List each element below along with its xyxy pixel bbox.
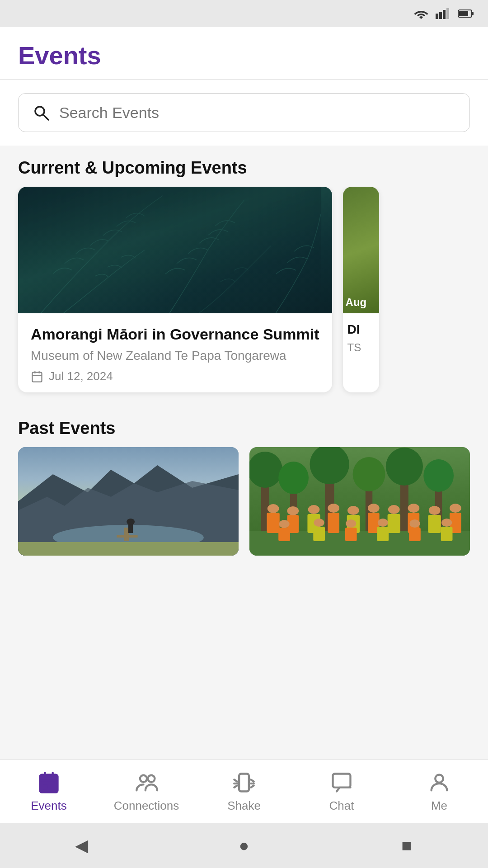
svg-point-48 bbox=[388, 505, 400, 514]
event-card-main[interactable]: Amorangi Māori in Governance Summit Muse… bbox=[18, 187, 332, 392]
svg-point-29 bbox=[353, 457, 385, 491]
svg-line-80 bbox=[251, 786, 254, 788]
svg-point-40 bbox=[308, 505, 320, 514]
partial-event-image: Aug bbox=[343, 187, 379, 313]
current-events-label: Current & Upcoming Events bbox=[0, 146, 488, 187]
search-section bbox=[0, 80, 488, 146]
svg-point-82 bbox=[435, 775, 443, 783]
svg-rect-63 bbox=[409, 528, 421, 541]
svg-rect-41 bbox=[328, 513, 339, 533]
event-card-title: Amorangi Māori in Governance Summit bbox=[31, 324, 319, 344]
event-card-image bbox=[18, 187, 332, 313]
nav-item-events[interactable]: Events bbox=[0, 770, 98, 813]
svg-rect-18 bbox=[117, 535, 137, 538]
svg-point-50 bbox=[408, 504, 420, 513]
event-card-body: Amorangi Māori in Governance Summit Muse… bbox=[18, 313, 332, 392]
connections-nav-icon bbox=[134, 770, 159, 795]
svg-rect-74 bbox=[239, 774, 249, 792]
svg-point-31 bbox=[386, 448, 423, 486]
shake-nav-label: Shake bbox=[227, 799, 261, 813]
past-events-section: Past Events bbox=[0, 406, 488, 569]
nav-item-chat[interactable]: Chat bbox=[293, 770, 390, 813]
svg-rect-3 bbox=[446, 8, 449, 19]
svg-line-75 bbox=[234, 780, 237, 782]
svg-point-64 bbox=[409, 519, 420, 528]
svg-rect-21 bbox=[18, 542, 239, 556]
fern-background bbox=[18, 187, 332, 313]
svg-point-25 bbox=[278, 462, 309, 494]
search-bar-container[interactable] bbox=[18, 93, 470, 132]
search-icon bbox=[32, 104, 50, 122]
events-nav-icon bbox=[36, 770, 61, 795]
android-recents-button[interactable]: ■ bbox=[393, 832, 420, 859]
bottom-navigation: Events Connections bbox=[0, 760, 488, 823]
svg-point-42 bbox=[328, 504, 339, 513]
svg-rect-71 bbox=[43, 784, 48, 789]
partial-label-text: Aug bbox=[346, 296, 367, 309]
me-nav-label: Me bbox=[431, 799, 447, 813]
current-events-scroll[interactable]: Amorangi Māori in Governance Summit Muse… bbox=[0, 187, 488, 406]
svg-rect-0 bbox=[436, 14, 438, 19]
svg-point-36 bbox=[267, 504, 279, 513]
svg-rect-1 bbox=[439, 12, 442, 19]
svg-rect-6 bbox=[459, 11, 468, 16]
svg-rect-67 bbox=[40, 775, 58, 793]
svg-point-27 bbox=[310, 447, 349, 484]
me-nav-icon bbox=[427, 770, 452, 795]
svg-rect-5 bbox=[472, 12, 474, 15]
status-bar bbox=[0, 0, 488, 27]
past-event-card-mountain[interactable] bbox=[18, 447, 239, 556]
past-event-card-group[interactable] bbox=[249, 447, 470, 556]
chat-nav-icon bbox=[329, 770, 354, 795]
svg-point-66 bbox=[441, 519, 452, 527]
chat-nav-label: Chat bbox=[329, 799, 354, 813]
svg-point-46 bbox=[368, 504, 380, 513]
current-events-section: Current & Upcoming Events bbox=[0, 146, 488, 406]
svg-rect-9 bbox=[18, 187, 321, 313]
android-back-button[interactable]: ◀ bbox=[68, 832, 95, 859]
svg-point-20 bbox=[127, 519, 135, 525]
svg-point-73 bbox=[148, 775, 155, 782]
page-title: Events bbox=[18, 41, 101, 70]
svg-point-60 bbox=[346, 519, 356, 528]
event-card-venue: Museum of New Zealand Te Papa Tongarewa bbox=[31, 349, 319, 363]
event-card-date: Jul 12, 2024 bbox=[31, 369, 319, 383]
event-date-text: Jul 12, 2024 bbox=[49, 369, 113, 383]
android-home-button[interactable]: ● bbox=[230, 832, 258, 859]
page-header: Events bbox=[0, 27, 488, 80]
signal-icon bbox=[436, 8, 452, 19]
svg-rect-35 bbox=[267, 513, 280, 533]
calendar-small-icon bbox=[31, 370, 43, 383]
svg-point-33 bbox=[423, 459, 454, 492]
svg-rect-59 bbox=[345, 528, 357, 541]
svg-point-62 bbox=[378, 519, 388, 527]
svg-rect-65 bbox=[441, 527, 453, 541]
svg-rect-57 bbox=[313, 527, 325, 541]
svg-point-56 bbox=[279, 520, 289, 528]
svg-point-72 bbox=[140, 775, 147, 782]
svg-line-77 bbox=[234, 786, 237, 788]
events-nav-label: Events bbox=[31, 799, 67, 813]
event-card-partial[interactable]: Aug DI TS bbox=[343, 187, 379, 392]
android-nav-bar: ◀ ● ■ bbox=[0, 823, 488, 868]
svg-point-23 bbox=[249, 452, 282, 488]
svg-rect-51 bbox=[428, 515, 441, 533]
past-events-label: Past Events bbox=[0, 406, 488, 447]
nav-item-me[interactable]: Me bbox=[390, 770, 488, 813]
shake-nav-icon bbox=[231, 770, 257, 795]
svg-rect-2 bbox=[443, 10, 446, 19]
svg-point-52 bbox=[429, 506, 441, 515]
svg-rect-10 bbox=[33, 372, 42, 382]
svg-point-54 bbox=[450, 504, 461, 513]
svg-rect-17 bbox=[124, 528, 129, 541]
mountain-scene-image bbox=[18, 447, 239, 556]
svg-rect-47 bbox=[388, 514, 400, 533]
nav-item-connections[interactable]: Connections bbox=[98, 770, 195, 813]
svg-point-38 bbox=[287, 506, 299, 515]
svg-rect-61 bbox=[377, 527, 389, 541]
past-events-grid bbox=[0, 447, 488, 569]
search-input[interactable] bbox=[59, 104, 456, 122]
svg-point-44 bbox=[347, 506, 359, 515]
wifi-icon bbox=[413, 8, 429, 19]
nav-item-shake[interactable]: Shake bbox=[195, 770, 293, 813]
